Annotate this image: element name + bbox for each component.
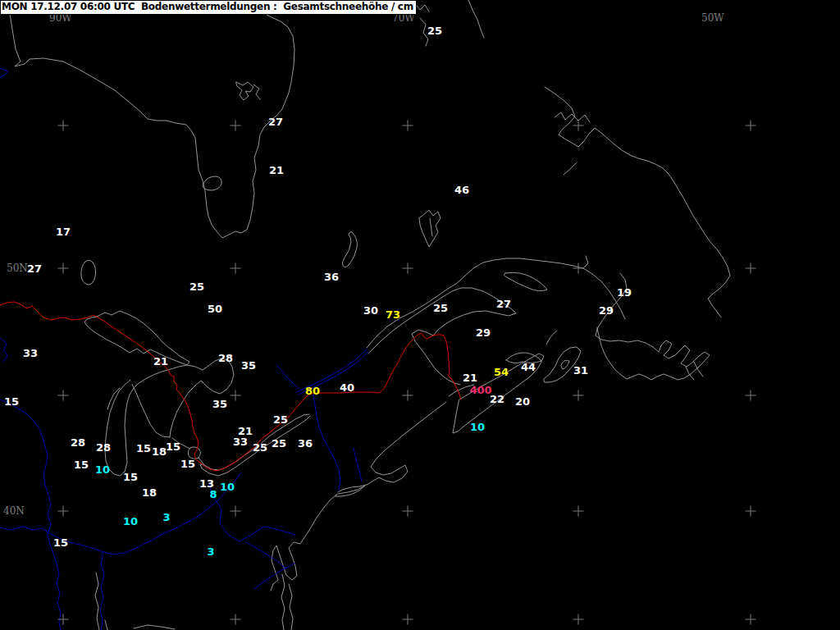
station-value: 44: [521, 362, 536, 372]
station-value: 17: [56, 226, 71, 237]
weather-map-screen: 90W70W50W50N40N 252721461727253619295030…: [0, 0, 840, 630]
station-value: 400: [469, 385, 491, 395]
grid-cross: [746, 121, 756, 131]
station-value: 10: [123, 516, 138, 527]
station-value: 15: [123, 472, 138, 482]
grid-label: 50N: [7, 263, 28, 273]
station-value: 33: [23, 348, 38, 358]
anticosti-island: [504, 272, 547, 290]
border-layer: [0, 302, 461, 471]
station-value: 80: [305, 386, 320, 396]
station-value: 15: [4, 396, 19, 407]
title-bar: MON 17.12.07 06:00 UTC Bodenwettermeldun…: [0, 0, 417, 15]
station-value: 15: [136, 443, 151, 454]
station-value: 15: [166, 441, 180, 452]
station-value: 25: [427, 25, 442, 36]
station-value: 10: [220, 482, 235, 492]
station-value: 28: [96, 442, 111, 453]
station-value: 18: [142, 487, 157, 498]
coastline-hudson-james-bay: [10, 0, 294, 238]
station-value: 8: [209, 489, 217, 500]
grid-cross: [573, 121, 584, 131]
grid-cross: [573, 390, 584, 401]
grid-cross: [746, 506, 756, 517]
station-value: 25: [253, 442, 267, 453]
station-value: 27: [496, 299, 511, 309]
station-value: 18: [152, 446, 167, 457]
map-canvas: [0, 0, 840, 630]
station-value: 28: [218, 353, 233, 363]
grid-cross: [403, 263, 413, 274]
station-value: 21: [463, 372, 477, 383]
station-value: 15: [53, 537, 68, 548]
station-value: 36: [298, 438, 313, 449]
station-value: 10: [95, 464, 110, 475]
grid-label: 40N: [3, 506, 25, 516]
station-value: 25: [273, 414, 288, 425]
grid-cross: [231, 263, 241, 274]
station-value: 35: [241, 360, 256, 371]
river-tributary-west: [0, 527, 48, 532]
potomac-river: [246, 542, 295, 589]
grid-cross: [231, 390, 241, 401]
station-value: 27: [268, 116, 283, 127]
station-value: 22: [490, 394, 504, 404]
coastline-belcher-islands: [236, 82, 260, 100]
lake-mistassini: [419, 210, 441, 247]
allegheny-susquehanna-rivers: [209, 484, 295, 541]
maine-new-england-coast: [338, 385, 474, 492]
grid-cross: [746, 263, 756, 274]
grid-cross: [58, 121, 69, 131]
coastline-akimiski-island: [203, 176, 221, 190]
grid-cross: [58, 263, 69, 274]
grid-cross: [403, 506, 413, 517]
station-value: 73: [386, 309, 400, 320]
hudson-river: [313, 395, 340, 490]
station-value: 54: [494, 367, 509, 377]
grid-label: 50W: [701, 13, 724, 23]
grid-cross: [403, 121, 413, 131]
lake-michigan: [105, 380, 138, 476]
station-value: 29: [476, 327, 491, 338]
grid-cross: [58, 614, 69, 625]
station-value: 25: [189, 281, 204, 292]
magdalen-islands: [546, 331, 557, 345]
station-value: 27: [27, 263, 42, 274]
connecticut-river: [354, 448, 362, 482]
coastline-newfoundland: [596, 273, 710, 380]
station-value: 29: [599, 305, 614, 316]
station-value: 15: [74, 459, 89, 470]
station-value: 10: [470, 422, 485, 432]
station-value: 20: [515, 396, 530, 407]
station-value: 36: [324, 272, 339, 282]
appalachian-ridge-marks: [95, 573, 175, 630]
station-value: 46: [454, 185, 469, 195]
station-value: 15: [180, 459, 195, 469]
grid-cross: [231, 506, 241, 517]
grid-cross: [403, 614, 413, 625]
station-value: 3: [207, 546, 214, 557]
manicouagan-reservoir: [342, 231, 357, 267]
grid-cross: [403, 390, 413, 401]
lake-nipigon: [81, 260, 96, 285]
station-value: 21: [269, 165, 284, 176]
station-value: 25: [433, 303, 448, 313]
mid-atlantic-chesapeake-coast: [271, 495, 336, 630]
us-canada-border-line: [0, 302, 461, 471]
station-value: 3: [162, 512, 170, 523]
station-value: 31: [573, 365, 588, 376]
station-value: 40: [340, 382, 354, 393]
station-value: 50: [208, 304, 222, 314]
wabash-river: [100, 552, 104, 630]
station-value: 19: [617, 287, 632, 298]
ottawa-river: [276, 365, 300, 390]
station-value: 25: [272, 438, 286, 449]
grid-cross: [231, 614, 241, 625]
station-value: 35: [212, 399, 227, 409]
grid-cross: [746, 614, 756, 625]
station-value: 30: [363, 305, 378, 316]
grid-cross: [573, 614, 584, 625]
grid-cross: [746, 390, 756, 401]
station-value: 21: [153, 356, 168, 367]
grid-cross: [573, 506, 584, 517]
